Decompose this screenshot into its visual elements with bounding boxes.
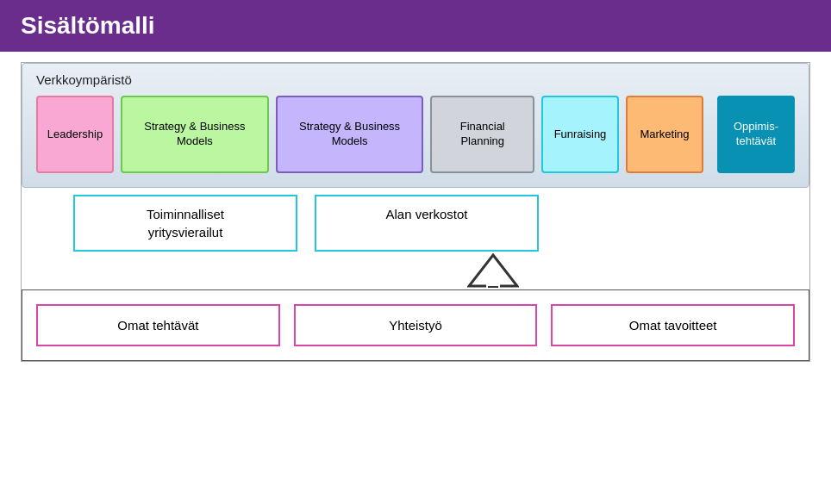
svg-marker-0 bbox=[469, 255, 517, 286]
card-funraising[interactable]: Funraising bbox=[541, 96, 619, 173]
yhteistyo-box[interactable]: Yhteistyö bbox=[294, 304, 538, 346]
svg-rect-2 bbox=[488, 286, 498, 288]
verkko-box: Verkkoympäristö Leadership Strategy & Bu… bbox=[22, 63, 809, 188]
card-financial[interactable]: Financial Planning bbox=[430, 96, 534, 173]
card-strategy2[interactable]: Strategy & Business Models bbox=[276, 96, 424, 173]
card-oppimis[interactable]: Oppimis- tehtävät bbox=[717, 96, 795, 173]
arrow-up-container bbox=[22, 252, 809, 289]
bottom-boxes: Omat tehtävät Yhteistyö Omat tavoitteet bbox=[22, 289, 809, 361]
card-leadership[interactable]: Leadership bbox=[36, 96, 114, 173]
card-strategy1[interactable]: Strategy & Business Models bbox=[121, 96, 269, 173]
page-title: Sisältömalli bbox=[21, 12, 810, 40]
card-marketing[interactable]: Marketing bbox=[626, 96, 703, 173]
arrow-svg bbox=[467, 253, 519, 288]
cards-row: Leadership Strategy & Business Models St… bbox=[36, 96, 795, 173]
gap bbox=[297, 195, 315, 252]
toiminnalliset-box: Toiminnalliset yritysvierailut bbox=[73, 195, 297, 252]
verkko-label: Verkkoympäristö bbox=[36, 72, 795, 87]
omat-tavoitteet-box[interactable]: Omat tavoitteet bbox=[551, 304, 795, 346]
omat-tehtavat-box[interactable]: Omat tehtävät bbox=[36, 304, 280, 346]
outer-frame: Verkkoympäristö Leadership Strategy & Bu… bbox=[21, 62, 810, 362]
alan-box: Alan verkostot bbox=[315, 195, 539, 252]
header: Sisältömalli bbox=[0, 0, 831, 52]
cyan-row: Toiminnalliset yritysvierailut Alan verk… bbox=[22, 195, 809, 252]
arrow-up bbox=[467, 253, 519, 288]
